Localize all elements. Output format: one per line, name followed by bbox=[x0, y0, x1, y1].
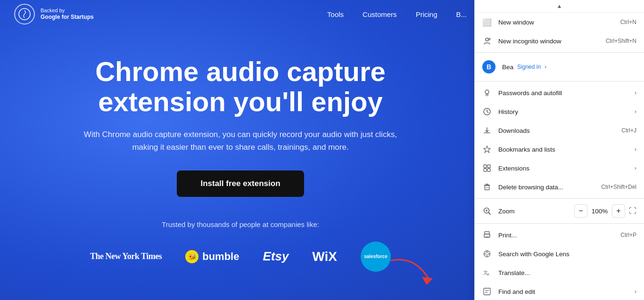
svg-line-18 bbox=[489, 213, 491, 215]
zoom-value: 100% bbox=[591, 208, 608, 215]
menu-label-search-lens: Search with Google Lens bbox=[498, 251, 636, 258]
nav-blog[interactable]: B... bbox=[456, 10, 467, 18]
menu-item-delete-browsing[interactable]: Delete browsing data... Ctrl+Shift+Del bbox=[475, 178, 644, 196]
menu-item-incognito[interactable]: New incognito window Ctrl+Shift+N bbox=[475, 32, 644, 50]
brand-nyt: The New York Times bbox=[90, 251, 162, 261]
divider-3 bbox=[475, 198, 644, 199]
menu-item-zoom: Zoom − 100% + ⛶ bbox=[475, 201, 644, 221]
zoom-icon bbox=[482, 206, 492, 216]
menu-label-find-edit: Find and edit bbox=[498, 288, 631, 295]
divider-2 bbox=[475, 81, 644, 81]
svg-rect-33 bbox=[484, 288, 490, 295]
menu-item-bookmarks[interactable]: Bookmarks and lists › bbox=[475, 140, 644, 159]
shortcut-print: Ctrl+P bbox=[620, 232, 636, 238]
menu-item-downloads[interactable]: Downloads Ctrl+J bbox=[475, 121, 644, 140]
shortcut-delete-browsing: Ctrl+Shift+Del bbox=[601, 184, 636, 190]
shortcut-incognito: Ctrl+Shift+N bbox=[606, 38, 636, 44]
arrow-indicator bbox=[387, 251, 443, 291]
logo-circle bbox=[14, 4, 35, 24]
nav-pricing[interactable]: Pricing bbox=[416, 10, 438, 18]
logo-area: Backed by Google for Startups bbox=[14, 4, 94, 24]
trusted-text: Trusted by thousands of people at compan… bbox=[162, 220, 319, 228]
menu-label-extensions: Extensions bbox=[498, 165, 631, 172]
shortcut-new-window: Ctrl+N bbox=[620, 19, 636, 25]
nav-customers[interactable]: Customers bbox=[363, 10, 397, 18]
fullscreen-icon[interactable]: ⛶ bbox=[629, 207, 636, 215]
menu-label-incognito: New incognito window bbox=[498, 38, 606, 45]
menu-label-history: History bbox=[498, 108, 631, 115]
history-icon bbox=[482, 107, 492, 116]
menu-label-new-window: New window bbox=[498, 19, 620, 26]
header: Backed by Google for Startups Tools Cust… bbox=[0, 0, 481, 28]
nav-tools[interactable]: Tools bbox=[327, 10, 344, 18]
hero-title: Chrome audio capture extension you'll en… bbox=[52, 57, 429, 117]
find-edit-icon bbox=[482, 287, 492, 296]
menu-label-passwords: Passwords and autofill bbox=[498, 89, 631, 97]
user-chevron-icon: › bbox=[545, 64, 546, 70]
svg-point-26 bbox=[486, 252, 488, 255]
bookmarks-icon bbox=[482, 145, 492, 154]
divider-1 bbox=[475, 52, 644, 53]
brand-wix: WiX bbox=[312, 249, 337, 264]
downloads-icon bbox=[482, 126, 492, 135]
svg-marker-1 bbox=[422, 277, 433, 285]
hero-subtitle: With Chrome audio capture extension, you… bbox=[80, 128, 401, 154]
shortcut-downloads: Ctrl+J bbox=[621, 127, 636, 134]
zoom-plus-button[interactable]: + bbox=[612, 204, 625, 218]
svg-rect-23 bbox=[485, 236, 489, 238]
history-chevron-icon: › bbox=[635, 108, 636, 115]
menu-item-print[interactable]: Print... Ctrl+P bbox=[475, 226, 644, 244]
salesforce-text: salesforce bbox=[364, 254, 387, 259]
translate-icon: 文 A bbox=[482, 268, 492, 277]
main-background: Backed by Google for Startups Tools Cust… bbox=[0, 0, 481, 300]
backed-by-text: Backed by bbox=[41, 7, 94, 14]
svg-rect-10 bbox=[484, 165, 487, 168]
incognito-icon bbox=[482, 36, 492, 46]
svg-point-5 bbox=[485, 90, 489, 94]
bumble-icon: 🐝 bbox=[185, 250, 198, 263]
menu-item-search-lens[interactable]: Search with Google Lens bbox=[475, 244, 644, 263]
extensions-chevron-icon: › bbox=[635, 165, 636, 171]
menu-item-extensions[interactable]: Extensions › bbox=[475, 159, 644, 178]
new-window-icon: ⬜ bbox=[482, 17, 492, 27]
menu-item-passwords[interactable]: Passwords and autofill › bbox=[475, 83, 644, 102]
svg-point-24 bbox=[489, 235, 490, 236]
delete-browsing-icon bbox=[482, 182, 492, 192]
svg-rect-14 bbox=[485, 186, 489, 190]
brand-etsy: Etsy bbox=[263, 249, 289, 264]
menu-scroll-up: ▲ bbox=[475, 0, 644, 13]
bumble-text: bumble bbox=[202, 251, 239, 263]
svg-rect-21 bbox=[485, 232, 489, 234]
install-extension-button[interactable]: Install free extension bbox=[177, 170, 304, 197]
user-name: Bea bbox=[502, 64, 513, 71]
nav-links: Tools Customers Pricing B... bbox=[327, 10, 467, 18]
user-avatar: B bbox=[482, 60, 495, 73]
menu-item-user[interactable]: B Bea Signed in › bbox=[475, 55, 644, 79]
passwords-chevron-icon: › bbox=[635, 89, 636, 96]
user-avatar-letter: B bbox=[487, 63, 491, 71]
zoom-minus-button[interactable]: − bbox=[574, 204, 587, 218]
brand-bumble: 🐝 bumble bbox=[185, 250, 239, 263]
menu-item-history[interactable]: History › bbox=[475, 102, 644, 121]
logo-text: Backed by Google for Startups bbox=[41, 7, 94, 21]
extensions-icon bbox=[482, 163, 492, 173]
svg-rect-11 bbox=[487, 165, 490, 168]
menu-label-translate: Translate... bbox=[498, 269, 636, 276]
chrome-menu: ▲ ⬜ New window Ctrl+N New incognito wind… bbox=[474, 0, 644, 300]
menu-label-print: Print... bbox=[498, 232, 620, 239]
svg-rect-7 bbox=[487, 95, 487, 96]
menu-item-new-window[interactable]: ⬜ New window Ctrl+N bbox=[475, 13, 644, 32]
svg-rect-13 bbox=[487, 169, 490, 171]
menu-label-bookmarks: Bookmarks and lists bbox=[498, 146, 631, 153]
brand-logos-row: The New York Times 🐝 bumble Etsy WiX sal… bbox=[90, 242, 391, 281]
svg-text:A: A bbox=[487, 273, 489, 276]
zoom-label: Zoom bbox=[498, 208, 574, 215]
svg-point-2 bbox=[486, 38, 488, 41]
menu-item-find-edit[interactable]: Find and edit › bbox=[475, 282, 644, 300]
hero-section: Chrome audio capture extension you'll en… bbox=[0, 28, 481, 281]
menu-item-translate[interactable]: 文 A Translate... bbox=[475, 263, 644, 282]
bookmarks-chevron-icon: › bbox=[635, 146, 636, 153]
menu-label-downloads: Downloads bbox=[498, 127, 621, 134]
divider-4 bbox=[475, 223, 644, 224]
passwords-icon bbox=[482, 88, 492, 97]
